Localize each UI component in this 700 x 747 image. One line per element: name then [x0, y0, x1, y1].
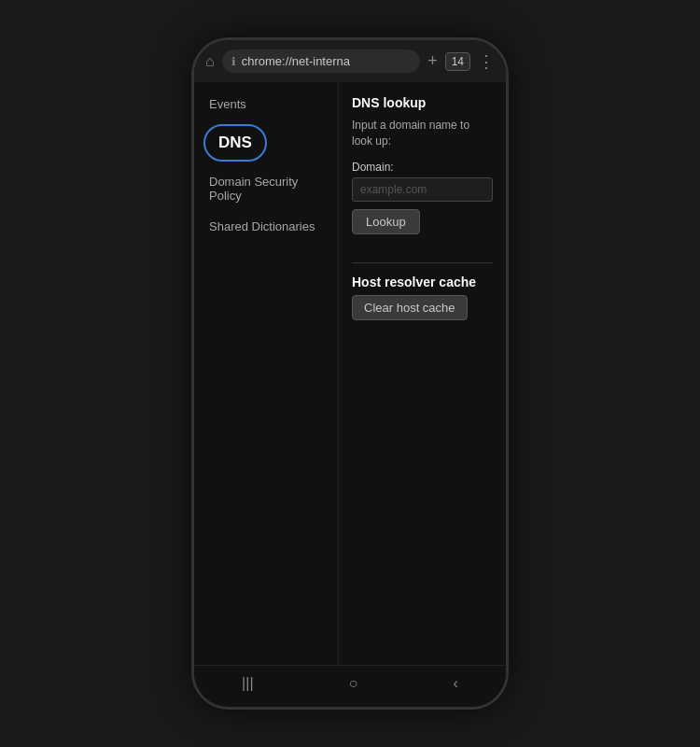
home-gesture[interactable]: ○: [349, 675, 358, 692]
section-divider: [352, 262, 493, 263]
host-resolver-cache-section: Host resolver cache Clear host cache: [352, 275, 493, 320]
sidebar-item-domain-security[interactable]: Domain Security Policy: [194, 167, 338, 210]
sidebar-item-shared-dicts[interactable]: Shared Dictionaries: [194, 212, 338, 241]
sidebar: Events DNS Domain Security Policy Shared…: [194, 82, 339, 665]
sidebar-item-events[interactable]: Events: [194, 90, 338, 119]
domain-field-label: Domain:: [352, 161, 493, 174]
url-pill[interactable]: ℹ chrome://net-interna: [222, 49, 420, 73]
lookup-button[interactable]: Lookup: [352, 209, 420, 234]
domain-input[interactable]: [352, 177, 493, 202]
menu-icon[interactable]: ⋮: [478, 51, 495, 72]
dns-lookup-title: DNS lookup: [352, 95, 493, 110]
home-icon[interactable]: ⌂: [205, 53, 215, 70]
right-panel: DNS lookup Input a domain name to look u…: [339, 82, 506, 665]
url-text: chrome://net-interna: [242, 54, 350, 68]
host-resolver-title: Host resolver cache: [352, 275, 493, 289]
info-icon: ℹ: [231, 55, 236, 68]
address-bar: ⌂ ℹ chrome://net-interna + 14 ⋮: [194, 40, 506, 82]
recents-gesture[interactable]: |||: [242, 675, 253, 692]
clear-host-cache-button[interactable]: Clear host cache: [352, 295, 468, 320]
back-gesture[interactable]: ‹: [454, 675, 458, 692]
tab-count-badge[interactable]: 14: [445, 52, 470, 71]
new-tab-icon[interactable]: +: [427, 51, 438, 71]
main-content: Events DNS Domain Security Policy Shared…: [194, 82, 506, 665]
phone-frame: ⌂ ℹ chrome://net-interna + 14 ⋮ Events D…: [191, 37, 509, 710]
dns-lookup-description: Input a domain name to look up:: [352, 118, 493, 149]
bottom-nav: ||| ○ ‹: [194, 665, 506, 707]
sidebar-item-dns[interactable]: DNS: [203, 124, 267, 162]
